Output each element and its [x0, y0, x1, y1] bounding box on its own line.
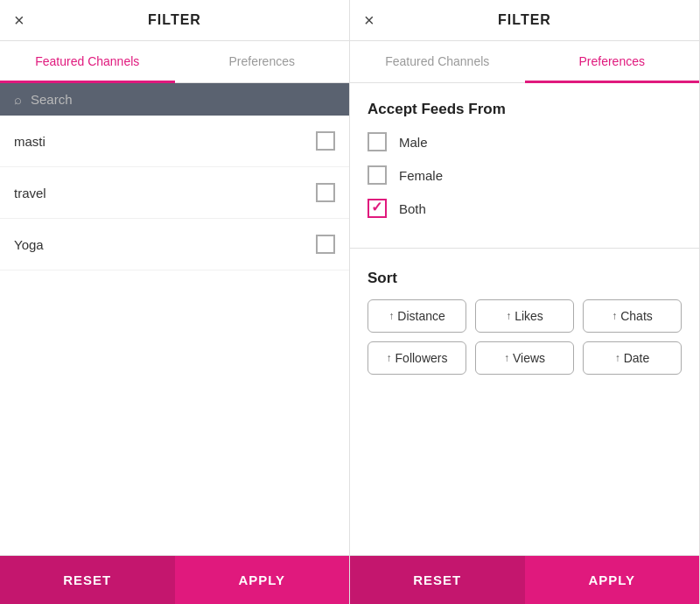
- right-panel: × FILTER Featured Channels Preferences A…: [350, 0, 700, 604]
- left-header: × FILTER: [0, 0, 349, 41]
- channel-checkbox-travel[interactable]: [316, 183, 335, 202]
- left-panel-title: FILTER: [148, 12, 201, 28]
- right-tabs: Featured Channels Preferences: [350, 41, 699, 83]
- sort-distance-label: Distance: [397, 309, 444, 323]
- section-divider: [350, 248, 699, 249]
- right-panel-title: FILTER: [498, 12, 551, 28]
- sort-chats-button[interactable]: ↑ Chats: [583, 299, 682, 333]
- channel-name-masti: masti: [14, 134, 46, 149]
- sort-section: Sort ↑ Distance ↑ Likes ↑ Chats ↑ Follow…: [350, 256, 699, 389]
- search-bar: ⌕: [0, 83, 349, 116]
- arrow-up-icon: ↑: [615, 352, 620, 364]
- sort-chats-label: Chats: [620, 309, 653, 323]
- sort-distance-button[interactable]: ↑ Distance: [368, 299, 466, 333]
- accept-feeds-title: Accept Feeds From: [368, 101, 682, 118]
- pref-option-both: Both: [368, 199, 682, 218]
- left-panel: × FILTER Featured Channels Preferences ⌕…: [0, 0, 350, 604]
- right-tab-featured[interactable]: Featured Channels: [350, 42, 525, 83]
- search-icon: ⌕: [14, 92, 22, 107]
- sort-grid: ↑ Distance ↑ Likes ↑ Chats ↑ Followers ↑: [368, 299, 682, 375]
- channel-checkbox-masti[interactable]: [316, 131, 335, 151]
- sort-followers-button[interactable]: ↑ Followers: [368, 341, 466, 375]
- both-label: Both: [399, 201, 426, 216]
- pref-option-male: Male: [368, 132, 682, 151]
- right-reset-button[interactable]: RESET: [350, 556, 525, 604]
- left-apply-button[interactable]: APPLY: [175, 556, 350, 604]
- sort-title: Sort: [368, 270, 682, 287]
- right-tab-preferences[interactable]: Preferences: [525, 42, 700, 83]
- left-content: ⌕ masti travel Yoga: [0, 83, 349, 555]
- sort-date-label: Date: [624, 351, 650, 365]
- right-content: Accept Feeds From Male Female Both Sort …: [350, 83, 699, 555]
- left-tabs: Featured Channels Preferences: [0, 41, 349, 83]
- arrow-up-icon: ↑: [506, 310, 511, 322]
- list-item: masti: [0, 116, 349, 167]
- arrow-up-icon: ↑: [612, 310, 617, 322]
- sort-views-label: Views: [513, 351, 545, 365]
- male-checkbox[interactable]: [368, 132, 387, 151]
- channel-name-travel: travel: [14, 186, 46, 200]
- sort-likes-button[interactable]: ↑ Likes: [475, 299, 574, 333]
- male-label: Male: [399, 135, 428, 150]
- arrow-up-icon: ↑: [387, 352, 392, 364]
- arrow-up-icon: ↑: [388, 310, 394, 322]
- accept-feeds-section: Accept Feeds From Male Female Both: [350, 83, 699, 241]
- right-footer: RESET APPLY: [350, 555, 699, 604]
- left-close-button[interactable]: ×: [14, 11, 24, 29]
- left-tab-featured[interactable]: Featured Channels: [0, 42, 175, 83]
- sort-followers-label: Followers: [396, 351, 448, 365]
- arrow-up-icon: ↑: [504, 352, 509, 364]
- right-close-button[interactable]: ×: [364, 11, 374, 29]
- list-item: Yoga: [0, 219, 349, 270]
- both-checkbox[interactable]: [368, 199, 387, 218]
- left-tab-preferences[interactable]: Preferences: [175, 42, 350, 83]
- list-item: travel: [0, 167, 349, 219]
- right-apply-button[interactable]: APPLY: [525, 556, 700, 604]
- sort-views-button[interactable]: ↑ Views: [475, 341, 574, 375]
- left-reset-button[interactable]: RESET: [0, 556, 175, 604]
- sort-date-button[interactable]: ↑ Date: [583, 341, 682, 375]
- right-header: × FILTER: [350, 0, 699, 41]
- left-footer: RESET APPLY: [0, 555, 349, 604]
- female-label: Female: [399, 168, 443, 183]
- channel-name-yoga: Yoga: [14, 237, 44, 252]
- sort-likes-label: Likes: [514, 309, 543, 323]
- female-checkbox[interactable]: [368, 165, 387, 185]
- pref-option-female: Female: [368, 165, 682, 185]
- channel-checkbox-yoga[interactable]: [316, 235, 335, 254]
- search-input[interactable]: [31, 92, 335, 107]
